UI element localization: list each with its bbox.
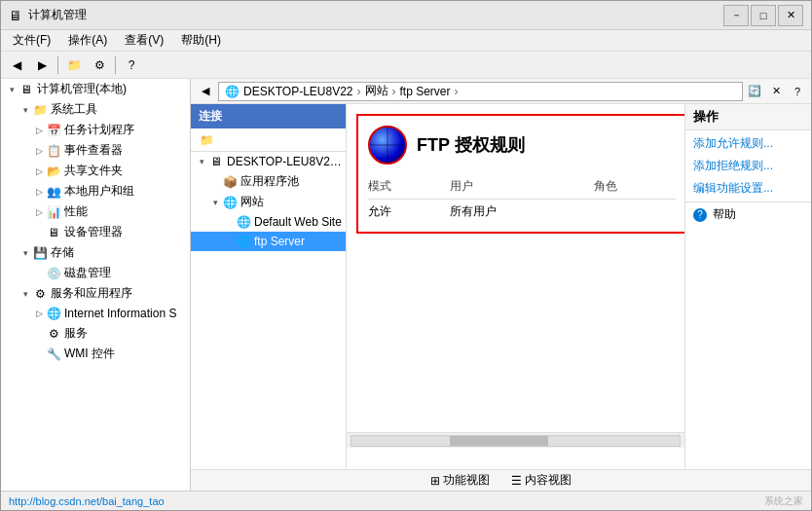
expand-icon: ▷ bbox=[32, 124, 46, 137]
share-icon: 📂 bbox=[46, 164, 61, 179]
expand-icon bbox=[32, 226, 46, 239]
panel-toolbar: 📁 bbox=[191, 128, 346, 152]
panel-add-button[interactable]: 📁 bbox=[195, 129, 218, 151]
breadcrumb-part1: DESKTOP-LEU8V22 bbox=[243, 85, 353, 98]
expand-icon: ▷ bbox=[32, 205, 46, 219]
col-mode: 模式 bbox=[368, 176, 450, 200]
menu-view[interactable]: 查看(V) bbox=[117, 30, 171, 51]
expand-icon: ▷ bbox=[32, 185, 46, 199]
tree-wmi[interactable]: 🔧 WMI 控件 bbox=[1, 344, 190, 364]
properties-button[interactable]: ⚙ bbox=[88, 55, 111, 76]
menu-action[interactable]: 操作(A) bbox=[60, 30, 115, 51]
tree-shared-folders[interactable]: ▷ 📂 共享文件夹 bbox=[1, 161, 190, 181]
disk-icon: 💿 bbox=[46, 266, 61, 281]
main-content: ▾ 🖥 计算机管理(本地) ▾ 📁 系统工具 ▷ 📅 任务计划程序 ▷ 📋 事件… bbox=[1, 79, 811, 491]
feature-view-button[interactable]: ⊞ 功能视图 bbox=[422, 469, 498, 491]
status-url: http://blog.csdn.net/bai_tang_tao bbox=[9, 495, 165, 507]
ftp-auth-box: FTP 授权规则 模式 用户 角色 bbox=[356, 114, 684, 234]
task-scheduler-label: 任务计划程序 bbox=[64, 122, 134, 138]
server-icon: 🖥 bbox=[208, 154, 224, 169]
expand-icon: ▾ bbox=[208, 196, 222, 209]
edit-feature-settings-link[interactable]: 编辑功能设置... bbox=[685, 177, 811, 200]
default-site-label: Default Web Site bbox=[254, 215, 342, 229]
connection-panel: 连接 📁 ▾ 🖥 DESKTOP-LEU8V22 (DESKT... 📦 bbox=[191, 104, 347, 469]
content-view-button[interactable]: ☰ 内容视图 bbox=[502, 469, 580, 491]
menu-help[interactable]: 帮助(H) bbox=[173, 30, 229, 51]
tree-root[interactable]: ▾ 🖥 计算机管理(本地) bbox=[1, 79, 190, 99]
tree-iis[interactable]: ▷ 🌐 Internet Information S bbox=[1, 304, 190, 323]
menu-bar: 文件(F) 操作(A) 查看(V) 帮助(H) bbox=[1, 30, 811, 52]
back-button[interactable]: ◀ bbox=[5, 55, 28, 76]
conn-ftp-server[interactable]: 🌐 ftp Server bbox=[191, 232, 346, 251]
shared-folders-label: 共享文件夹 bbox=[64, 163, 123, 179]
tree-event-viewer[interactable]: ▷ 📋 事件查看器 bbox=[1, 140, 190, 161]
scrollbar-thumb[interactable] bbox=[450, 436, 548, 446]
toolbar: ◀ ▶ 📁 ⚙ ? bbox=[1, 52, 811, 79]
main-window: 🖥 计算机管理 － □ ✕ 文件(F) 操作(A) 查看(V) 帮助(H) ◀ … bbox=[0, 0, 812, 511]
expand-icon bbox=[222, 235, 236, 248]
help-button[interactable]: ? bbox=[120, 55, 143, 76]
services-label: 服务 bbox=[64, 325, 88, 342]
system-tools-label: 系统工具 bbox=[51, 101, 97, 118]
tree-device-manager[interactable]: 🖥 设备管理器 bbox=[1, 222, 190, 242]
storage-label: 存储 bbox=[51, 244, 74, 261]
tree-performance[interactable]: ▷ 📊 性能 bbox=[1, 201, 190, 222]
conn-app-pools[interactable]: 📦 应用程序池 bbox=[191, 171, 346, 192]
connection-tree: ▾ 🖥 DESKTOP-LEU8V22 (DESKT... 📦 应用程序池 ▾ … bbox=[191, 152, 346, 469]
expand-icon bbox=[32, 327, 46, 341]
minimize-button[interactable]: － bbox=[723, 5, 749, 26]
services-icon: ⚙ bbox=[46, 326, 61, 342]
actions-header: 操作 bbox=[685, 104, 811, 130]
tree-services[interactable]: ⚙ 服务 bbox=[1, 323, 190, 344]
content-view-icon: ☰ bbox=[511, 474, 522, 488]
breadcrumb: 🌐 DESKTOP-LEU8V22 › 网站 › ftp Server › bbox=[218, 82, 743, 101]
help-icon: ? bbox=[693, 208, 707, 222]
col-role: 角色 bbox=[594, 176, 676, 200]
col-user: 用户 bbox=[450, 176, 593, 200]
conn-root[interactable]: ▾ 🖥 DESKTOP-LEU8V22 (DESKT... bbox=[191, 152, 346, 171]
content-split: 连接 📁 ▾ 🖥 DESKTOP-LEU8V22 (DESKT... 📦 bbox=[191, 104, 811, 469]
close-button[interactable]: ✕ bbox=[778, 5, 803, 26]
tree-storage[interactable]: ▾ 💾 存储 bbox=[1, 242, 190, 263]
browse-button[interactable]: 📁 bbox=[62, 55, 86, 76]
stop-button[interactable]: ✕ bbox=[766, 82, 786, 101]
h-scroll-bar[interactable] bbox=[347, 432, 684, 448]
breadcrumb-sep1: › bbox=[357, 85, 361, 98]
tree-disk-management[interactable]: 💿 磁盘管理 bbox=[1, 263, 190, 283]
address-bar-icons: 🔄 ✕ ? bbox=[745, 82, 807, 101]
device-manager-label: 设备管理器 bbox=[64, 224, 123, 240]
breadcrumb-sep2: › bbox=[392, 85, 396, 98]
add-deny-rule-link[interactable]: 添加拒绝规则... bbox=[685, 155, 811, 177]
disk-mgmt-label: 磁盘管理 bbox=[64, 265, 111, 281]
expand-icon: ▷ bbox=[32, 307, 46, 320]
refresh-button[interactable]: 🔄 bbox=[745, 82, 764, 101]
tree-task-scheduler[interactable]: ▷ 📅 任务计划程序 bbox=[1, 120, 190, 140]
apps-icon: ⚙ bbox=[32, 286, 48, 302]
ftp-server-label: ftp Server bbox=[254, 235, 305, 248]
storage-icon: 💾 bbox=[32, 245, 48, 261]
maximize-button[interactable]: □ bbox=[751, 5, 776, 26]
ftp-auth-title: FTP 授权规则 bbox=[417, 133, 525, 157]
content-view-label: 内容视图 bbox=[525, 472, 572, 489]
addr-back-button[interactable]: ◀ bbox=[195, 82, 216, 101]
title-bar-left: 🖥 计算机管理 bbox=[9, 7, 87, 23]
wmi-icon: 🔧 bbox=[46, 347, 61, 362]
menu-file[interactable]: 文件(F) bbox=[5, 30, 58, 51]
expand-icon: ▾ bbox=[18, 246, 32, 260]
status-bar: http://blog.csdn.net/bai_tang_tao 系统之家 bbox=[1, 491, 811, 510]
help-label: 帮助 bbox=[713, 207, 736, 221]
tree-local-users[interactable]: ▷ 👥 本地用户和组 bbox=[1, 181, 190, 201]
forward-button[interactable]: ▶ bbox=[30, 55, 54, 76]
conn-default-site[interactable]: 🌐 Default Web Site bbox=[191, 212, 346, 232]
breadcrumb-sep3: › bbox=[455, 85, 459, 98]
row-mode: 允许 bbox=[368, 200, 450, 223]
tree-services-apps[interactable]: ▾ ⚙ 服务和应用程序 bbox=[1, 283, 190, 304]
addr-help-button[interactable]: ? bbox=[788, 82, 807, 101]
tree-system-tools[interactable]: ▾ 📁 系统工具 bbox=[1, 99, 190, 120]
tree-root-label: 计算机管理(本地) bbox=[37, 81, 127, 97]
conn-sites[interactable]: ▾ 🌐 网站 bbox=[191, 192, 346, 212]
add-allow-rule-link[interactable]: 添加允许规则... bbox=[685, 132, 811, 155]
scrollbar-track[interactable] bbox=[351, 435, 681, 447]
feature-view-icon: ⊞ bbox=[430, 474, 440, 488]
actions-panel: 操作 添加允许规则... 添加拒绝规则... 编辑功能设置... ? 帮助 bbox=[684, 104, 811, 469]
